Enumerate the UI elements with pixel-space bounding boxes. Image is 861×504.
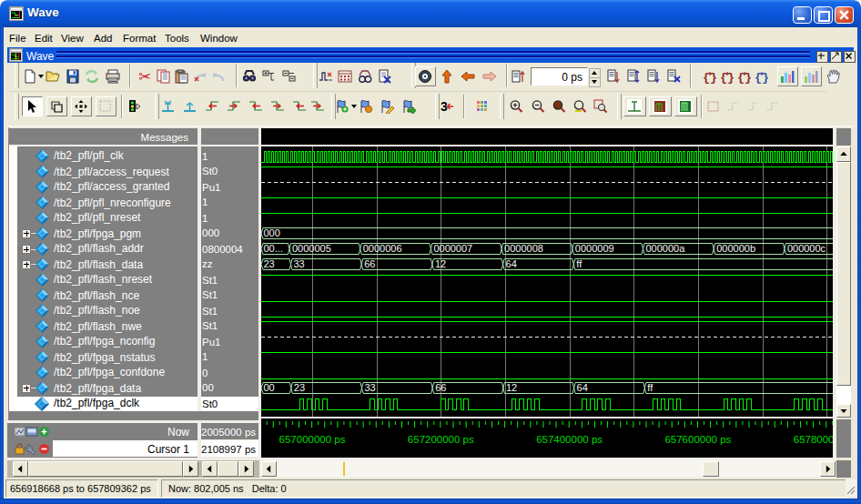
svg-text:657200000 ps: 657200000 ps	[408, 434, 474, 445]
svg-text:66: 66	[435, 382, 446, 393]
svg-text:23: 23	[264, 258, 275, 269]
svg-text:ff: ff	[576, 258, 582, 269]
svg-text:0000006: 0000006	[363, 243, 402, 254]
svg-text:ff: ff	[647, 382, 653, 393]
svg-text:000: 000	[264, 227, 280, 238]
svg-text:657400000 ps: 657400000 ps	[536, 434, 603, 445]
svg-text:000000a: 000000a	[646, 243, 686, 254]
svg-text:33: 33	[294, 258, 305, 269]
svg-text:23: 23	[294, 382, 305, 393]
svg-text:66: 66	[364, 258, 375, 269]
svg-text:12: 12	[506, 382, 517, 393]
svg-text:64: 64	[506, 258, 517, 269]
svg-text:00: 00	[264, 382, 275, 393]
svg-text:657800000 ps: 657800000 ps	[794, 434, 833, 445]
svg-text:0000007: 0000007	[433, 243, 472, 254]
svg-text:0000009: 0000009	[575, 243, 614, 254]
svg-text:000000c: 000000c	[787, 243, 826, 254]
svg-text:0000008: 0000008	[504, 243, 543, 254]
svg-text:12: 12	[435, 258, 446, 269]
svg-text:64: 64	[577, 382, 588, 393]
svg-text:0000005: 0000005	[292, 243, 331, 254]
svg-text:000000b: 000000b	[716, 243, 755, 254]
svg-text:657600000 ps: 657600000 ps	[664, 434, 731, 445]
svg-text:00...: 00...	[264, 243, 283, 254]
svg-text:33: 33	[365, 382, 376, 393]
svg-text:657000000 ps: 657000000 ps	[279, 434, 346, 445]
